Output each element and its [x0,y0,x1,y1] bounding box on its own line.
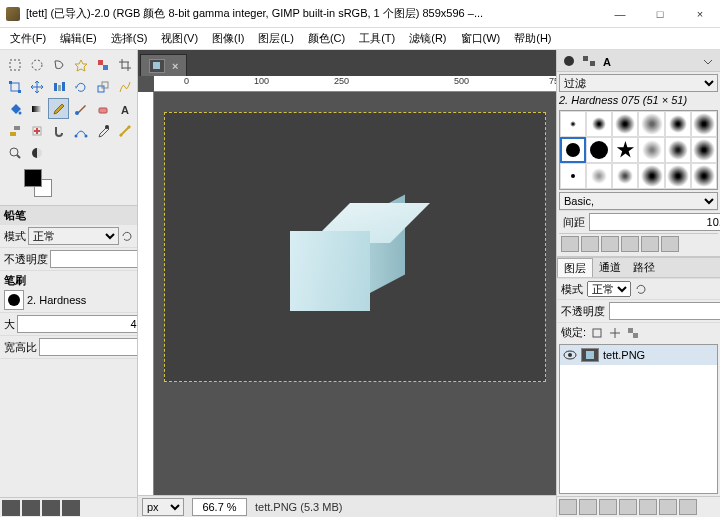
brush-cell[interactable] [691,111,717,137]
fonts-dock-icon[interactable]: A [601,54,617,68]
menu-color[interactable]: 颜色(C) [302,29,351,48]
menu-window[interactable]: 窗口(W) [455,29,507,48]
tab-channels[interactable]: 通道 [593,258,627,277]
menu-filter[interactable]: 滤镜(R) [403,29,452,48]
opt-btn-3[interactable] [42,500,60,516]
menu-view[interactable]: 视图(V) [155,29,204,48]
brush-cell[interactable] [638,111,664,137]
tool-align[interactable] [48,76,69,97]
brush-cell-selected[interactable] [560,137,586,163]
zoom-input[interactable] [192,498,247,516]
brush-cell[interactable] [612,137,638,163]
menu-help[interactable]: 帮助(H) [508,29,557,48]
brush-cell[interactable] [612,111,638,137]
brush-btn[interactable] [661,236,679,252]
lock-pixel-icon[interactable] [590,326,604,340]
close-button[interactable]: × [680,0,720,27]
brush-btn[interactable] [561,236,579,252]
tool-scale[interactable] [92,76,113,97]
menu-layer[interactable]: 图层(L) [252,29,299,48]
layer-btn[interactable] [559,499,577,515]
ruler-vertical[interactable] [138,92,154,495]
tool-bucket[interactable] [4,98,25,119]
tool-move[interactable] [26,76,47,97]
lock-position-icon[interactable] [608,326,622,340]
tool-color-picker[interactable] [92,120,113,141]
brush-cell[interactable] [586,163,612,189]
brush-cell[interactable] [665,111,691,137]
mode-reset-icon[interactable] [635,283,647,295]
opacity-input[interactable] [50,250,137,268]
mode-select[interactable]: 正常 [28,227,119,245]
lock-alpha-icon[interactable] [626,326,640,340]
brush-filter-select[interactable]: 过滤 [559,74,718,92]
layer-btn[interactable] [579,499,597,515]
ratio-input[interactable] [39,338,137,356]
tool-unified-transform[interactable] [4,76,25,97]
menu-image[interactable]: 图像(I) [206,29,250,48]
brush-cell[interactable] [586,137,612,163]
layer-btn[interactable] [619,499,637,515]
brush-btn[interactable] [601,236,619,252]
maximize-button[interactable]: □ [640,0,680,27]
opt-btn-1[interactable] [2,500,20,516]
dock-menu-icon[interactable] [700,54,716,68]
minimize-button[interactable]: — [600,0,640,27]
tool-heal[interactable] [26,120,47,141]
ruler-horizontal[interactable]: 0 100 250 500 750 [154,76,556,92]
unit-select[interactable]: px [142,498,184,516]
tab-paths[interactable]: 路径 [627,258,661,277]
brush-cell[interactable] [560,163,586,189]
tab-close-icon[interactable]: × [172,60,178,72]
layer-btn[interactable] [639,499,657,515]
tool-crop[interactable] [114,54,135,75]
tool-eraser[interactable] [92,98,113,119]
menu-select[interactable]: 选择(S) [105,29,154,48]
tool-warp[interactable] [114,76,135,97]
tool-clone[interactable] [4,120,25,141]
tool-by-color-select[interactable] [92,54,113,75]
mode-reset-icon[interactable] [121,230,133,242]
brush-cell[interactable] [638,163,664,189]
image-tab[interactable]: × [140,54,187,76]
canvas-area[interactable] [154,92,556,495]
tab-layers[interactable]: 图层 [557,258,593,277]
opt-btn-4[interactable] [62,500,80,516]
tool-dodge[interactable] [26,142,47,163]
size-input[interactable] [17,315,137,333]
brush-cell[interactable] [638,137,664,163]
tool-measure[interactable] [114,120,135,141]
brush-cell[interactable] [560,111,586,137]
brush-btn[interactable] [581,236,599,252]
tool-fuzzy-select[interactable] [70,54,91,75]
tool-zoom[interactable] [4,142,25,163]
canvas[interactable] [164,112,546,382]
layer-btn[interactable] [679,499,697,515]
tool-paintbrush[interactable] [70,98,91,119]
brush-btn[interactable] [621,236,639,252]
menu-file[interactable]: 文件(F) [4,29,52,48]
visibility-icon[interactable] [563,350,577,360]
tool-smudge[interactable] [48,120,69,141]
tool-rect-select[interactable] [4,54,25,75]
brush-btn[interactable] [641,236,659,252]
tool-gradient[interactable] [26,98,47,119]
layer-opacity-input[interactable] [609,302,720,320]
brush-cell[interactable] [665,163,691,189]
opt-btn-2[interactable] [22,500,40,516]
tool-ellipse-select[interactable] [26,54,47,75]
layer-item[interactable]: tett.PNG [560,345,717,365]
brushes-dock-icon[interactable] [561,54,577,68]
tool-pencil[interactable] [48,98,69,119]
layer-mode-select[interactable]: 正常 [587,281,631,297]
patterns-dock-icon[interactable] [581,54,597,68]
brush-cell[interactable] [691,137,717,163]
layer-btn[interactable] [659,499,677,515]
brush-basic-select[interactable]: Basic, [559,192,718,210]
menu-edit[interactable]: 编辑(E) [54,29,103,48]
brush-cell[interactable] [586,111,612,137]
brush-cell[interactable] [612,163,638,189]
tool-text[interactable]: A [114,98,135,119]
brush-preview[interactable] [4,290,24,310]
layer-btn[interactable] [599,499,617,515]
